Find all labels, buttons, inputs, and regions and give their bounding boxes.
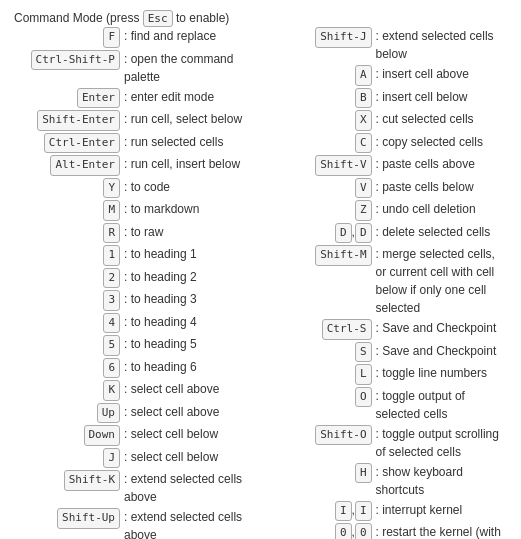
key-area: L: [266, 364, 376, 385]
shortcut-desc: : to heading 2: [124, 268, 256, 286]
key-area: Shift-M: [266, 245, 376, 266]
shortcut-key: B: [355, 88, 372, 109]
shortcut-key: Y: [103, 178, 120, 199]
shortcut-key: Up: [97, 403, 120, 424]
shortcut-row: B : insert cell below: [266, 88, 508, 109]
key-area: 6: [14, 358, 124, 379]
shortcut-desc: : undo cell deletion: [376, 200, 508, 218]
shortcut-key: C: [355, 133, 372, 154]
shortcut-row: Shift-V : paste cells above: [266, 155, 508, 176]
shortcut-desc: : restart the kernel (with dialog): [376, 523, 508, 539]
shortcut-columns: F : find and replaceCtrl-Shift-P : open …: [14, 27, 507, 539]
shortcut-key: M: [103, 200, 120, 221]
shortcut-desc: : to raw: [124, 223, 256, 241]
key-area: Alt-Enter: [14, 155, 124, 176]
shortcut-desc: : extend selected cells below: [376, 27, 508, 63]
shortcut-desc: : run cell, insert below: [124, 155, 256, 173]
shortcut-row: A : insert cell above: [266, 65, 508, 86]
shortcut-key: A: [355, 65, 372, 86]
key-area: K: [14, 380, 124, 401]
title-suffix: to enable): [176, 11, 229, 25]
key-area: Z: [266, 200, 376, 221]
shortcut-key: Ctrl-Enter: [44, 133, 120, 154]
key-area: Ctrl-Shift-P: [14, 50, 124, 71]
key-area: 2: [14, 268, 124, 289]
shortcut-row: 5 : to heading 5: [14, 335, 256, 356]
key-area: Shift-V: [266, 155, 376, 176]
key-area: Ctrl-Enter: [14, 133, 124, 154]
shortcut-desc: : to code: [124, 178, 256, 196]
key-area: C: [266, 133, 376, 154]
shortcut-desc: : show keyboard shortcuts: [376, 463, 508, 499]
key-area: 0,0: [266, 523, 376, 539]
shortcut-row: O : toggle output of selected cells: [266, 387, 508, 423]
shortcut-key: K: [103, 380, 120, 401]
shortcut-key: I: [355, 501, 372, 522]
shortcut-row: Shift-M : merge selected cells, or curre…: [266, 245, 508, 317]
key-area: Shift-K: [14, 470, 124, 491]
shortcut-row: Down : select cell below: [14, 425, 256, 446]
shortcut-key: Shift-Up: [57, 508, 120, 529]
shortcut-key: Z: [355, 200, 372, 221]
key-area: B: [266, 88, 376, 109]
key-area: H: [266, 463, 376, 484]
shortcut-row: Ctrl-Enter : run selected cells: [14, 133, 256, 154]
shortcut-desc: : merge selected cells, or current cell …: [376, 245, 508, 317]
title-esc-key: Esc: [143, 10, 173, 27]
shortcut-desc: : insert cell below: [376, 88, 508, 106]
shortcut-row: Shift-K : extend selected cells above: [14, 470, 256, 506]
key-area: 4: [14, 313, 124, 334]
shortcut-row: V : paste cells below: [266, 178, 508, 199]
shortcut-key: 4: [103, 313, 120, 334]
shortcut-key: V: [355, 178, 372, 199]
key-area: Y: [14, 178, 124, 199]
shortcut-key: Shift-J: [315, 27, 371, 48]
key-area: V: [266, 178, 376, 199]
key-area: 1: [14, 245, 124, 266]
shortcut-desc: : enter edit mode: [124, 88, 256, 106]
shortcut-desc: : run selected cells: [124, 133, 256, 151]
shortcut-row: M : to markdown: [14, 200, 256, 221]
shortcut-row: C : copy selected cells: [266, 133, 508, 154]
shortcut-desc: : to markdown: [124, 200, 256, 218]
shortcut-row: Up : select cell above: [14, 403, 256, 424]
key-area: M: [14, 200, 124, 221]
shortcut-key: 3: [103, 290, 120, 311]
key-area: A: [266, 65, 376, 86]
shortcut-desc: : find and replace: [124, 27, 256, 45]
shortcut-desc: : to heading 5: [124, 335, 256, 353]
shortcut-desc: : toggle output of selected cells: [376, 387, 508, 423]
key-area: R: [14, 223, 124, 244]
shortcut-desc: : paste cells above: [376, 155, 508, 173]
shortcut-desc: : interrupt kernel: [376, 501, 508, 519]
shortcut-key: D: [355, 223, 372, 244]
shortcut-desc: : cut selected cells: [376, 110, 508, 128]
shortcut-desc: : run cell, select below: [124, 110, 256, 128]
shortcut-key: H: [355, 463, 372, 484]
shortcut-key: 6: [103, 358, 120, 379]
shortcut-desc: : extend selected cells above: [124, 470, 256, 506]
shortcut-row: Ctrl-Shift-P : open the command palette: [14, 50, 256, 86]
shortcut-key: Shift-Enter: [37, 110, 120, 131]
shortcut-row: Shift-O : toggle output scrolling of sel…: [266, 425, 508, 461]
key-area: O: [266, 387, 376, 408]
shortcut-desc: : copy selected cells: [376, 133, 508, 151]
shortcut-desc: : select cell above: [124, 380, 256, 398]
key-area: X: [266, 110, 376, 131]
key-area: J: [14, 448, 124, 469]
shortcut-row: I,I : interrupt kernel: [266, 501, 508, 522]
shortcut-key: 0: [335, 523, 352, 539]
shortcut-key: F: [103, 27, 120, 48]
key-area: Ctrl-S: [266, 319, 376, 340]
shortcut-row: Shift-J : extend selected cells below: [266, 27, 508, 63]
right-column: Shift-J : extend selected cells belowA :…: [266, 27, 508, 539]
shortcut-desc: : Save and Checkpoint: [376, 342, 508, 360]
shortcut-desc: : Save and Checkpoint: [376, 319, 508, 337]
shortcut-key: 1: [103, 245, 120, 266]
shortcut-key: 5: [103, 335, 120, 356]
shortcut-row: Shift-Enter : run cell, select below: [14, 110, 256, 131]
shortcut-key: J: [103, 448, 120, 469]
shortcut-key: Shift-O: [315, 425, 371, 446]
shortcut-key: S: [355, 342, 372, 363]
shortcut-desc: : to heading 6: [124, 358, 256, 376]
